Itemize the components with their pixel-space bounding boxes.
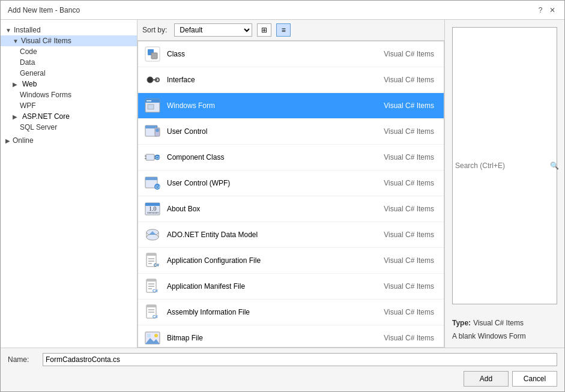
left-panel: ▼ Installed ▼ Visual C# Items Code Data … <box>1 20 137 348</box>
online-label: Online <box>13 136 34 145</box>
item-category-class: Visual C# Items <box>384 50 434 58</box>
svg-rect-16 <box>145 158 147 159</box>
svg-rect-46 <box>147 305 156 307</box>
tree-item-data[interactable]: Data <box>1 57 137 68</box>
visual-csharp-label: Visual C# Items <box>21 37 71 45</box>
web-label: Web <box>22 80 37 88</box>
list-item[interactable]: 1.0version About Box Visual C# Items <box>138 196 444 222</box>
installed-section[interactable]: ▼ Installed <box>1 25 137 35</box>
svg-rect-40 <box>147 279 156 282</box>
installed-label: Installed <box>14 26 41 34</box>
list-item[interactable]: Class Visual C# Items <box>138 41 444 67</box>
item-category-assembly-info: Visual C# Items <box>384 308 434 316</box>
item-category-ado-entity: Visual C# Items <box>384 231 434 239</box>
item-category-user-control: Visual C# Items <box>384 127 434 136</box>
item-icon-about-box: 1.0version <box>143 199 162 219</box>
list-item[interactable]: C# Component Class Visual C# Items <box>138 145 444 170</box>
item-name-user-control-wpf: User Control (WPF) <box>167 179 384 187</box>
item-icon-windows-form <box>143 96 162 115</box>
item-category-component-class: Visual C# Items <box>384 153 434 161</box>
search-icon: 🔍 <box>548 161 561 170</box>
list-item[interactable]: C# Assembly Information File Visual C# I… <box>138 300 444 325</box>
svg-rect-22 <box>145 177 157 180</box>
tree-item-general[interactable]: General <box>1 68 137 79</box>
toolbar: Sort by: Default ⊞ ≡ <box>137 20 444 41</box>
svg-point-13 <box>156 128 159 132</box>
name-input[interactable] <box>43 353 557 366</box>
aspnet-label: ASP.NET Core <box>22 112 70 121</box>
tree-item-code[interactable]: Code <box>1 46 137 57</box>
svg-rect-9 <box>148 104 154 109</box>
name-row: Name: <box>8 353 557 366</box>
item-name-app-manifest: Application Manifest File <box>167 282 384 291</box>
svg-rect-51 <box>147 334 151 337</box>
svg-rect-14 <box>146 154 154 160</box>
item-category-app-config: Visual C# Items <box>384 256 434 265</box>
item-name-user-control: User Control <box>167 127 384 136</box>
svg-rect-8 <box>147 100 151 101</box>
web-arrow: ▶ <box>13 81 17 88</box>
dialog-title: Add New Item - Banco <box>8 6 80 14</box>
svg-text:C#: C# <box>156 155 161 160</box>
item-name-class: Class <box>167 50 384 58</box>
tree-item-windows-forms[interactable]: Windows Forms <box>1 89 137 100</box>
item-name-about-box: About Box <box>167 205 384 213</box>
bottom-area: Name: Add Cancel <box>1 348 564 391</box>
item-list[interactable]: Class Visual C# Items Interface Visual C… <box>137 41 444 348</box>
list-item[interactable]: Interface Visual C# Items <box>138 67 444 93</box>
title-bar: Add New Item - Banco ? ✕ <box>1 1 564 20</box>
type-label: Type: <box>452 319 471 327</box>
installed-arrow: ▼ <box>5 27 11 34</box>
item-category-app-manifest: Visual C# Items <box>384 282 434 291</box>
tree-item-visual-csharp[interactable]: ▼ Visual C# Items <box>1 35 137 46</box>
list-item[interactable]: ADO.NET Entity Data Model Visual C# Item… <box>138 222 444 248</box>
svg-rect-2 <box>151 53 157 59</box>
content-area: ▼ Installed ▼ Visual C# Items Code Data … <box>1 20 564 348</box>
item-icon-ado-entity <box>143 225 162 244</box>
item-icon-assembly-info: C# <box>143 303 162 322</box>
cancel-button[interactable]: Cancel <box>512 371 557 387</box>
svg-point-53 <box>154 334 158 337</box>
list-item[interactable]: Bitmap File Visual C# Items <box>138 325 444 348</box>
item-icon-app-config: C# <box>143 251 162 270</box>
list-item[interactable]: C# Application Configuration File Visual… <box>138 248 444 274</box>
search-input[interactable] <box>453 28 548 304</box>
button-row: Add Cancel <box>8 371 557 387</box>
item-category-windows-form: Visual C# Items <box>384 101 434 110</box>
tree-item-web[interactable]: ▶ Web <box>1 79 137 89</box>
list-item[interactable]: C# Application Manifest File Visual C# I… <box>138 274 444 300</box>
item-category-bitmap: Visual C# Items <box>384 334 434 342</box>
svg-text:C#: C# <box>156 185 161 189</box>
close-button[interactable]: ✕ <box>548 5 557 15</box>
view-icons-button[interactable]: ⊞ <box>257 23 271 37</box>
list-item[interactable]: C# User Control (WPF) Visual C# Items <box>138 170 444 196</box>
sort-label: Sort by: <box>142 26 167 34</box>
item-icon-bitmap <box>143 328 162 348</box>
item-name-interface: Interface <box>167 76 384 84</box>
item-icon-class <box>143 44 162 64</box>
help-button[interactable]: ? <box>536 5 545 15</box>
item-name-app-config: Application Configuration File <box>167 256 384 265</box>
tree-item-aspnet-core[interactable]: ▶ ASP.NET Core <box>1 111 137 122</box>
item-icon-user-control <box>143 122 162 141</box>
view-list-button[interactable]: ≡ <box>276 23 291 37</box>
search-box: 🔍 <box>452 27 557 304</box>
visual-csharp-arrow: ▼ <box>13 38 19 44</box>
add-button[interactable]: Add <box>464 371 509 387</box>
list-item[interactable]: Windows Form Visual C# Items <box>138 93 444 119</box>
item-name-ado-entity: ADO.NET Entity Data Model <box>167 231 384 239</box>
tree-item-sql-server[interactable]: SQL Server <box>1 122 137 133</box>
type-value: Visual C# Items <box>473 319 524 327</box>
list-item[interactable]: User Control Visual C# Items <box>138 119 444 145</box>
svg-text:C#: C# <box>153 289 158 293</box>
aspnet-arrow: ▶ <box>13 113 17 120</box>
name-label: Name: <box>8 355 38 364</box>
sort-select[interactable]: Default <box>174 23 252 37</box>
item-name-bitmap: Bitmap File <box>167 334 384 342</box>
tree-item-wpf[interactable]: WPF <box>1 100 137 111</box>
item-category-about-box: Visual C# Items <box>384 205 434 213</box>
item-name-assembly-info: Assembly Information File <box>167 308 384 316</box>
svg-rect-15 <box>145 155 147 157</box>
online-section[interactable]: ▶ Online <box>1 135 137 146</box>
item-icon-component-class: C# <box>143 148 162 167</box>
